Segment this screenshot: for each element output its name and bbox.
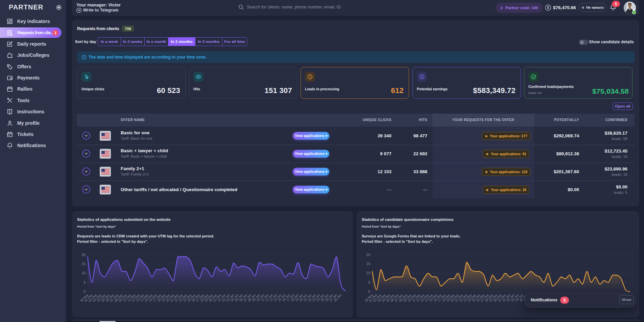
- svg-text:20: 20: [366, 253, 370, 257]
- svg-text:20: 20: [81, 253, 86, 257]
- svg-text:5: 5: [368, 280, 370, 284]
- svg-text:15: 15: [81, 262, 86, 266]
- svg-text:15: 15: [366, 262, 370, 266]
- svg-text:10: 10: [81, 271, 86, 275]
- svg-text:5: 5: [84, 280, 86, 284]
- svg-text:$: $: [421, 75, 423, 78]
- svg-text:$: $: [547, 5, 549, 9]
- svg-text:10: 10: [366, 271, 370, 275]
- svg-text:0: 0: [368, 290, 370, 294]
- svg-text:0: 0: [84, 290, 86, 294]
